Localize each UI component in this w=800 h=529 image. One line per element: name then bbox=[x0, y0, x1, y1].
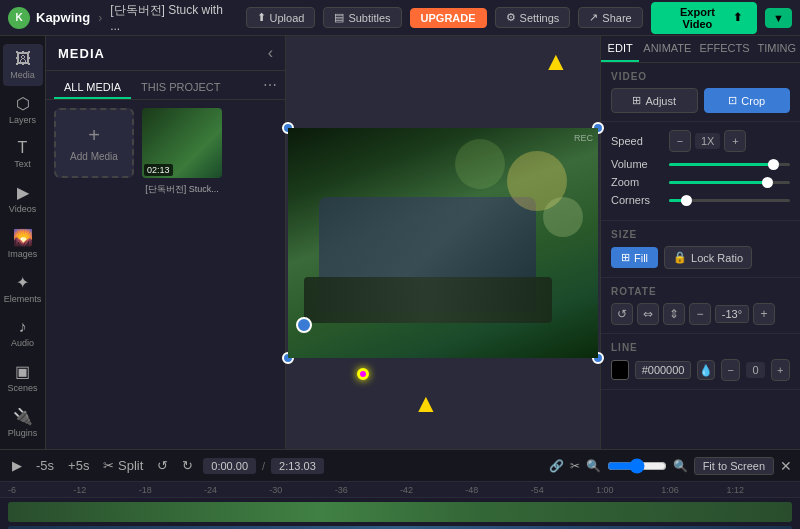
speed-section: Speed − 1X + Volume Zoom bbox=[601, 122, 800, 221]
app-name: Kapwing bbox=[36, 10, 90, 25]
tab-effects[interactable]: EFFECTS bbox=[695, 36, 753, 62]
handle-center[interactable] bbox=[357, 368, 369, 380]
opacity-value: 0 bbox=[746, 362, 764, 378]
export-icon: ⬆ bbox=[733, 11, 742, 24]
fit-to-screen-button[interactable]: Fit to Screen bbox=[694, 457, 774, 475]
speed-label: Speed bbox=[611, 135, 663, 147]
size-row: ⊞ Fill 🔒 Lock Ratio bbox=[611, 246, 790, 269]
rotate-plus-button[interactable]: + bbox=[753, 303, 775, 325]
sidebar-item-text[interactable]: T Text bbox=[3, 133, 43, 175]
volume-label: Volume bbox=[611, 158, 663, 170]
rotate-ccw-button[interactable]: ↺ bbox=[611, 303, 633, 325]
images-icon: 🌄 bbox=[13, 228, 33, 247]
sidebar-item-scenes[interactable]: ▣ Scenes bbox=[3, 356, 43, 399]
timeline: ▶ -5s +5s ✂ Split ↺ ↻ 0:00.00 / 2:13.03 … bbox=[0, 449, 800, 529]
sidebar-item-layers[interactable]: ⬡ Layers bbox=[3, 88, 43, 131]
marker-5: -30 bbox=[269, 485, 334, 495]
sidebar-item-elements[interactable]: ✦ Elements bbox=[3, 267, 43, 310]
rewind-5s-button[interactable]: -5s bbox=[32, 456, 58, 475]
opacity-minus-button[interactable]: − bbox=[721, 359, 740, 381]
zoom-out-button[interactable]: 🔍 bbox=[586, 459, 601, 473]
link-button[interactable]: 🔗 bbox=[549, 459, 564, 473]
sidebar-item-plugins[interactable]: 🔌 Plugins bbox=[3, 401, 43, 444]
tab-this-project[interactable]: THIS PROJECT bbox=[131, 77, 230, 99]
export-button[interactable]: Export Video ⬆ bbox=[651, 2, 757, 34]
adjust-button[interactable]: ⊞ Adjust bbox=[611, 88, 698, 113]
total-time: 2:13.03 bbox=[271, 458, 324, 474]
share-icon: ↗ bbox=[589, 11, 598, 24]
upgrade-button[interactable]: UPGRADE bbox=[410, 8, 487, 28]
export-dropdown-button[interactable]: ▼ bbox=[765, 8, 792, 28]
arrow-annotation-top: ▲ bbox=[543, 46, 569, 77]
time-sep: / bbox=[262, 460, 265, 472]
zoom-slider[interactable] bbox=[607, 458, 667, 474]
rotate-flip-v-button[interactable]: ⇕ bbox=[663, 303, 685, 325]
video-section: VIDEO ⊞ Adjust ⊡ Crop bbox=[601, 63, 800, 122]
video-canvas[interactable]: REC bbox=[288, 128, 598, 358]
line-section: LINE #000000 💧 − 0 + bbox=[601, 334, 800, 390]
media-thumbnail[interactable]: 02:13 bbox=[142, 108, 222, 178]
share-button[interactable]: ↗ Share bbox=[578, 7, 642, 28]
tab-edit[interactable]: EDIT bbox=[601, 36, 639, 62]
marker-11: 1:06 bbox=[661, 485, 726, 495]
video-section-title: VIDEO bbox=[611, 71, 790, 82]
tab-animate[interactable]: ANIMATE bbox=[639, 36, 695, 62]
crop-button[interactable]: ⊡ Crop bbox=[704, 88, 791, 113]
zoom-slider[interactable] bbox=[669, 181, 790, 184]
app-logo: K Kapwing bbox=[8, 7, 90, 29]
eyedropper-button[interactable]: 💧 bbox=[697, 360, 715, 380]
media-tab-more-button[interactable]: ⋯ bbox=[263, 77, 277, 99]
speed-minus-button[interactable]: − bbox=[669, 130, 691, 152]
rotate-value: -13° bbox=[715, 305, 749, 323]
volume-row: Volume bbox=[611, 158, 790, 170]
close-timeline-button[interactable]: ✕ bbox=[780, 458, 792, 474]
media-panel-title: MEDIA bbox=[58, 46, 105, 61]
sidebar-item-images[interactable]: 🌄 Images bbox=[3, 222, 43, 265]
split-button[interactable]: ✂ Split bbox=[99, 456, 147, 475]
volume-slider[interactable] bbox=[669, 163, 790, 166]
sidebar-item-audio[interactable]: ♪ Audio bbox=[3, 312, 43, 354]
opacity-plus-button[interactable]: + bbox=[771, 359, 790, 381]
sidebar-icons: 🖼 Media ⬡ Layers T Text ▶ Videos 🌄 Image… bbox=[0, 36, 46, 449]
undo-button[interactable]: ↺ bbox=[153, 456, 172, 475]
speed-row: Speed − 1X + bbox=[611, 130, 790, 152]
forward-5s-button[interactable]: +5s bbox=[64, 456, 93, 475]
project-title: [단독버전] Stuck with ... bbox=[110, 2, 229, 33]
sidebar-item-videos[interactable]: ▶ Videos bbox=[3, 177, 43, 220]
tab-timing[interactable]: TIMING bbox=[754, 36, 801, 62]
rotate-flip-h-button[interactable]: ⇔ bbox=[637, 303, 659, 325]
media-content: + Add Media 02:13 [단독버전] Stuck... bbox=[46, 100, 285, 186]
marker-9: -54 bbox=[531, 485, 596, 495]
gear-icon: ⚙ bbox=[506, 11, 516, 24]
zoom-label: Zoom bbox=[611, 176, 663, 188]
upload-button[interactable]: ⬆ Upload bbox=[246, 7, 316, 28]
speed-plus-button[interactable]: + bbox=[724, 130, 746, 152]
timeline-controls: ▶ -5s +5s ✂ Split ↺ ↻ 0:00.00 / 2:13.03 … bbox=[0, 450, 800, 482]
marker-3: -18 bbox=[139, 485, 204, 495]
play-button[interactable]: ▶ bbox=[8, 456, 26, 475]
close-panel-button[interactable]: ‹ bbox=[268, 44, 273, 62]
sidebar-item-media[interactable]: 🖼 Media bbox=[3, 44, 43, 86]
lock-ratio-button[interactable]: 🔒 Lock Ratio bbox=[664, 246, 752, 269]
corners-slider[interactable] bbox=[669, 199, 790, 202]
add-media-button[interactable]: + Add Media bbox=[54, 108, 134, 178]
fill-button[interactable]: ⊞ Fill bbox=[611, 247, 658, 268]
right-panel: EDIT ANIMATE EFFECTS TIMING VIDEO ⊞ Adju… bbox=[600, 36, 800, 449]
current-time: 0:00.00 bbox=[203, 458, 256, 474]
subtitles-button[interactable]: ▤ Subtitles bbox=[323, 7, 401, 28]
canvas-area: ▲ ▲ REC bbox=[286, 36, 600, 449]
right-panel-tabs: EDIT ANIMATE EFFECTS TIMING bbox=[601, 36, 800, 63]
redo-button[interactable]: ↻ bbox=[178, 456, 197, 475]
rotate-minus-button[interactable]: − bbox=[689, 303, 711, 325]
video-track[interactable] bbox=[8, 502, 792, 522]
settings-button[interactable]: ⚙ Settings bbox=[495, 7, 571, 28]
marker-2: -12 bbox=[73, 485, 138, 495]
scissors-button[interactable]: ✂ bbox=[570, 459, 580, 473]
zoom-in-button[interactable]: 🔍 bbox=[673, 459, 688, 473]
plus-icon: + bbox=[88, 124, 100, 147]
layers-icon: ⬡ bbox=[16, 94, 30, 113]
media-icon: 🖼 bbox=[15, 50, 31, 68]
tab-all-media[interactable]: ALL MEDIA bbox=[54, 77, 131, 99]
timeline-playhead-indicator bbox=[296, 317, 312, 333]
color-swatch[interactable] bbox=[611, 360, 629, 380]
